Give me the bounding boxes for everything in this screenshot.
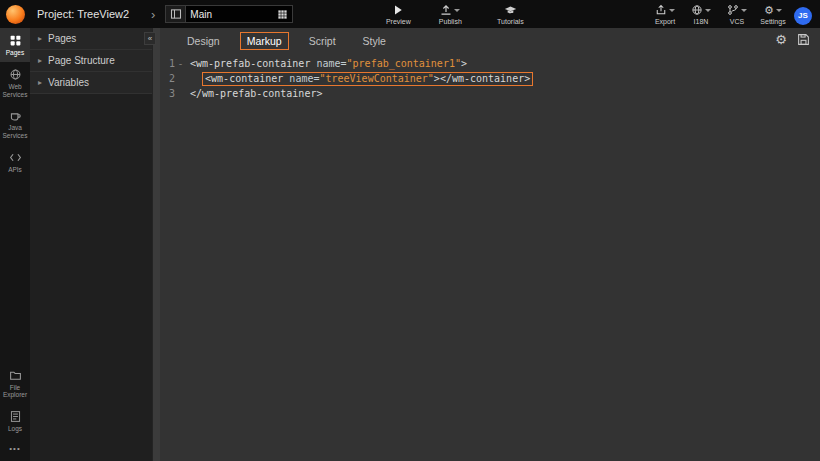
panel-section-label: Pages <box>48 33 76 44</box>
page-layout-icon <box>170 8 182 20</box>
panel-section-pages[interactable]: ▸ Pages <box>30 28 152 50</box>
export-icon <box>655 4 667 16</box>
sidebar-item-file-explorer[interactable]: File Explorer <box>0 363 30 405</box>
sidebar-item-label: Logs <box>1 425 29 433</box>
panel-splitter[interactable] <box>152 28 160 461</box>
chevron-right-icon: › <box>151 7 155 22</box>
folder-icon <box>9 369 22 382</box>
sidebar-item-java-services[interactable]: Java Services <box>0 103 30 145</box>
chevron-right-icon: ▸ <box>38 34 42 43</box>
sidebar-item-label: APIs <box>1 166 29 174</box>
chevron-right-icon: ▸ <box>38 78 42 87</box>
gutter-line: 3 <box>160 86 188 101</box>
code-line[interactable]: </wm-prefab-container> <box>190 86 820 101</box>
branch-icon <box>727 4 739 16</box>
globe-icon <box>691 4 703 16</box>
chevron-down-icon <box>454 9 460 12</box>
upload-icon <box>440 4 452 16</box>
globe-icon <box>9 68 22 81</box>
topbar-center-actions: Preview Publish <box>377 4 471 25</box>
markup-code-editor[interactable]: 1-23 <wm-prefab-container name="prefab_c… <box>160 53 820 461</box>
gutter-line: 2 <box>160 71 188 86</box>
page-selector-value: Main <box>190 9 273 20</box>
sidebar-item-label: Java Services <box>1 124 29 140</box>
chevron-down-icon <box>776 9 782 12</box>
code-brackets-icon <box>9 151 22 164</box>
sidebar-item-logs[interactable]: Logs <box>0 404 30 438</box>
gutter-line: 1- <box>160 56 188 71</box>
editor-gutter: 1-23 <box>160 56 188 461</box>
editor-tab-actions: ⚙ <box>775 33 810 46</box>
fold-toggle[interactable]: - <box>175 56 186 71</box>
tutorials-button[interactable]: Tutorials <box>489 4 531 25</box>
settings-button[interactable]: ⚙ Settings <box>758 4 788 25</box>
preview-label: Preview <box>386 18 411 25</box>
grid-icon[interactable] <box>277 9 288 20</box>
publish-button[interactable]: Publish <box>429 4 471 25</box>
tab-style[interactable]: Style <box>356 32 393 50</box>
sidebar-item-pages[interactable]: Pages <box>0 28 30 62</box>
code-line[interactable]: <wm-prefab-container name="prefab_contai… <box>190 56 820 71</box>
panel-section-variables[interactable]: ▸ Variables <box>30 72 152 94</box>
sidebar-item-label: Web Services <box>1 83 29 99</box>
publish-label: Publish <box>439 18 462 25</box>
coffee-cup-icon <box>9 109 22 122</box>
chevron-down-icon <box>705 9 711 12</box>
pages-grid-icon <box>9 34 22 47</box>
play-icon <box>392 4 404 16</box>
topbar-right-actions: Export I18N <box>650 4 820 25</box>
top-bar: Project: TreeView2 › Main <box>0 0 820 28</box>
code-lines[interactable]: <wm-prefab-container name="prefab_contai… <box>188 56 820 461</box>
editor-tab-bar: Design Markup Script Style ⚙ <box>160 28 820 53</box>
chevron-right-icon: ▸ <box>38 56 42 65</box>
vcs-label: VCS <box>730 18 744 25</box>
document-icon <box>9 410 22 423</box>
graduation-cap-icon <box>504 4 517 17</box>
more-options-icon[interactable]: ••• <box>9 438 20 461</box>
panel-section-label: Variables <box>48 77 89 88</box>
project-name-label: Project: TreeView2 <box>37 8 149 20</box>
sidebar-item-web-services[interactable]: Web Services <box>0 62 30 104</box>
save-floppy-icon <box>797 33 810 46</box>
tab-markup[interactable]: Markup <box>240 32 289 50</box>
wavemaker-studio-window: Project: TreeView2 › Main <box>0 0 820 461</box>
vcs-button[interactable]: VCS <box>722 4 752 25</box>
gear-icon: ⚙ <box>775 33 787 46</box>
page-selector[interactable]: Main <box>185 5 293 23</box>
preview-button[interactable]: Preview <box>377 4 419 25</box>
wavemaker-logo <box>6 5 25 24</box>
settings-label: Settings <box>760 18 785 25</box>
save-button[interactable] <box>797 33 810 46</box>
sidebar-item-apis[interactable]: APIs <box>0 145 30 179</box>
chevron-down-icon <box>741 9 747 12</box>
sidebar-item-label: Pages <box>1 49 29 57</box>
user-avatar[interactable]: JS <box>794 7 812 25</box>
export-label: Export <box>655 18 675 25</box>
pages-panel: ▸ Pages ▸ Page Structure ▸ Variables « <box>30 28 152 461</box>
tutorials-label: Tutorials <box>497 18 524 25</box>
sidebar-item-label: File Explorer <box>1 384 29 400</box>
editor-settings-button[interactable]: ⚙ <box>775 33 787 46</box>
collapse-panel-button[interactable]: « <box>144 32 156 45</box>
tab-script[interactable]: Script <box>302 32 343 50</box>
tab-design[interactable]: Design <box>180 32 227 50</box>
i18n-button[interactable]: I18N <box>686 4 716 25</box>
code-line[interactable]: <wm-container name="treeViewContainer"><… <box>190 71 820 86</box>
export-button[interactable]: Export <box>650 4 680 25</box>
left-nav-sidebar: Pages Web Services Java Services <box>0 28 30 461</box>
page-layout-button[interactable] <box>165 5 185 23</box>
highlighted-code-annotation: <wm-container name="treeViewContainer"><… <box>202 72 533 86</box>
panel-section-label: Page Structure <box>48 55 115 66</box>
i18n-label: I18N <box>694 18 709 25</box>
panel-section-page-structure[interactable]: ▸ Page Structure <box>30 50 152 72</box>
gear-icon: ⚙ <box>764 5 774 16</box>
chevron-down-icon <box>669 9 675 12</box>
editor-area: Design Markup Script Style ⚙ 1-23 <w <box>160 28 820 461</box>
